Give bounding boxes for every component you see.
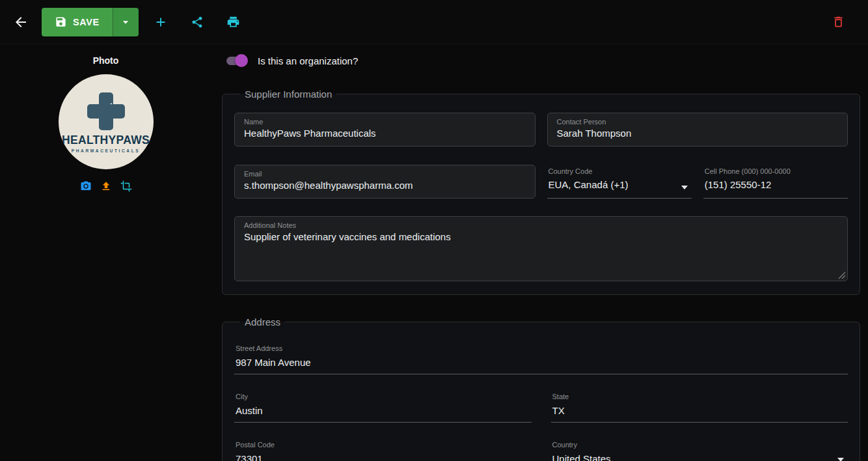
save-dropdown-button[interactable] [113,8,139,36]
country-value: United States [552,453,847,461]
additional-notes-field[interactable]: Additional Notes Supplier of veterinary … [234,216,848,281]
add-button[interactable] [148,9,174,35]
medical-cross-icon [87,92,125,130]
postal-code-field[interactable]: Postal Code 73301 [234,441,532,461]
organization-toggle-label: Is this an organization? [258,55,358,66]
logo-subtitle: PHARMACEUTICALS [72,148,141,153]
upload-button[interactable] [98,178,114,194]
city-value: Austin [236,405,530,416]
email-label: Email [244,170,526,178]
supplier-edit-page: SAVE [0,0,868,461]
organization-toggle-row: Is this an organization? [222,54,860,67]
additional-notes-value: Supplier of veterinary vaccines and medi… [244,231,838,242]
supplier-row-1: Name HealthyPaws Pharmaceuticals Contact… [234,113,848,147]
address-row-1: City Austin State TX [234,393,848,423]
street-address-label: Street Address [236,344,847,352]
email-value: s.thompson@healthypawspharma.com [244,180,526,191]
dog-icon [96,101,116,122]
crop-button[interactable] [118,178,134,194]
share-button[interactable] [184,9,210,35]
photo-panel: Photo HEALTHYPAWS PHARMACEUTICALS [0,44,211,461]
dropdown-arrow-icon [837,458,844,461]
country-select[interactable]: Country United States [551,441,848,461]
city-field[interactable]: City Austin [234,393,532,423]
contact-person-value: Sarah Thompson [557,128,839,139]
print-button[interactable] [221,9,247,35]
name-label: Name [244,118,526,126]
address-row-2: Postal Code 73301 Country United States [234,441,848,461]
name-field[interactable]: Name HealthyPaws Pharmaceuticals [234,113,536,147]
city-label: City [236,393,530,400]
resize-handle-icon[interactable] [838,272,846,279]
cell-phone-label: Cell Phone (000) 000-0000 [705,167,847,175]
delete-button[interactable] [825,9,851,35]
country-code-select[interactable]: Country Code EUA, Canadá (+1) [547,165,692,199]
camera-button[interactable] [78,178,94,194]
postal-code-value: 73301 [236,453,530,461]
country-code-value: EUA, Canadá (+1) [549,179,690,190]
dropdown-arrow-icon [681,186,688,189]
supplier-logo-avatar: HEALTHYPAWS PHARMACEUTICALS [59,74,154,169]
name-value: HealthyPaws Pharmaceuticals [244,128,526,139]
top-toolbar: SAVE [0,0,868,44]
photo-section-label: Photo [93,55,119,66]
country-code-label: Country Code [549,167,690,175]
print-icon [226,15,240,29]
toolbar-actions [148,9,247,35]
photo-actions [78,178,134,194]
save-dropdown-icon [119,16,132,29]
postal-code-label: Postal Code [236,441,530,449]
state-field[interactable]: State TX [551,393,848,423]
save-button-label: SAVE [73,17,100,27]
state-label: State [552,393,847,400]
supplier-information-legend: Supplier Information [240,89,336,100]
crop-icon [120,180,132,192]
save-split-button: SAVE [42,8,139,36]
additional-notes-label: Additional Notes [244,221,838,229]
contact-person-label: Contact Person [557,118,839,126]
supplier-row-2: Email s.thompson@healthypawspharma.com C… [234,165,848,199]
cell-phone-value: (151) 25550-12 [705,179,847,190]
street-address-field[interactable]: Street Address 987 Main Avenue [234,344,848,374]
address-section: Address Street Address 987 Main Avenue C… [222,316,860,461]
trash-icon [832,15,845,29]
street-address-value: 987 Main Avenue [236,357,847,368]
organization-toggle[interactable] [224,54,248,67]
toggle-thumb [235,54,248,67]
logo-title: HEALTHYPAWS [62,133,150,147]
upload-icon [100,180,112,192]
email-field[interactable]: Email s.thompson@healthypawspharma.com [234,165,536,199]
page-content: Photo HEALTHYPAWS PHARMACEUTICALS [0,44,868,461]
form-panel: Is this an organization? Supplier Inform… [211,44,868,461]
back-arrow-icon [13,14,29,30]
save-button[interactable]: SAVE [42,8,113,36]
save-icon [55,16,67,28]
cell-phone-field[interactable]: Cell Phone (000) 000-0000 (151) 25550-12 [703,165,848,199]
supplier-information-section: Supplier Information Name HealthyPaws Ph… [222,89,860,295]
contact-person-field[interactable]: Contact Person Sarah Thompson [547,113,848,147]
address-legend: Address [240,316,285,328]
add-icon [154,15,168,29]
phone-subrow: Country Code EUA, Canadá (+1) Cell Phone… [547,165,848,199]
share-icon [191,16,204,29]
country-label: Country [552,441,847,449]
state-value: TX [552,405,847,416]
back-button[interactable] [8,9,34,35]
camera-icon [80,180,92,192]
